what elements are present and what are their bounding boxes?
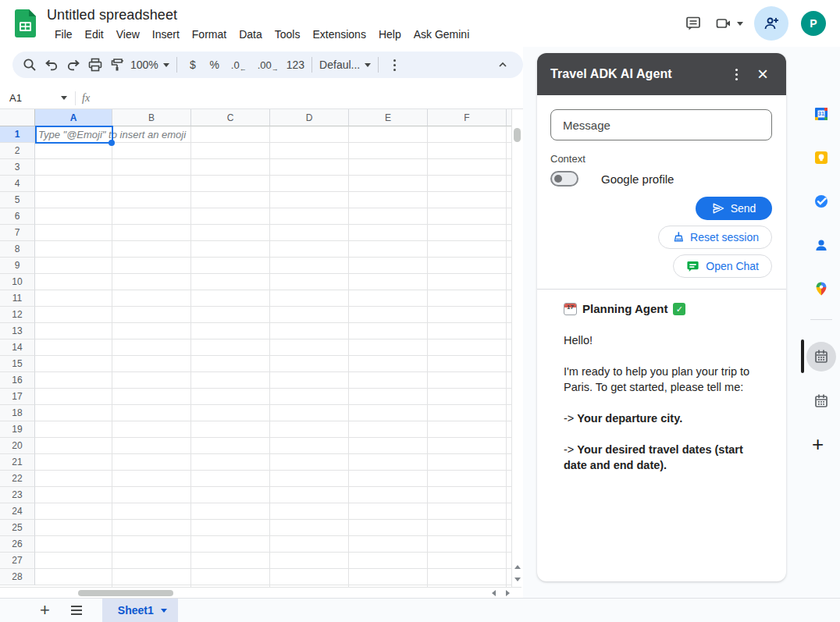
google-keep-icon[interactable] xyxy=(813,150,829,165)
row-header-23[interactable]: 23 xyxy=(0,487,35,503)
google-profile-toggle[interactable] xyxy=(550,171,578,187)
undo-button[interactable] xyxy=(41,54,62,76)
scroll-down-icon[interactable] xyxy=(514,578,521,581)
comments-button[interactable] xyxy=(678,8,709,39)
row-header-3[interactable]: 3 xyxy=(0,159,35,176)
row-header-4[interactable]: 4 xyxy=(0,176,35,192)
row-header-2[interactable]: 2 xyxy=(0,143,35,159)
row-header-10[interactable]: 10 xyxy=(0,274,35,290)
sheet-tab-sheet1[interactable]: Sheet1 xyxy=(102,599,178,622)
menu-tools[interactable]: Tools xyxy=(269,26,307,43)
select-all-corner[interactable] xyxy=(0,109,35,126)
zoom-value: 100% xyxy=(130,59,158,71)
message-input[interactable]: Message xyxy=(550,109,772,140)
menu-extensions[interactable]: Extensions xyxy=(306,26,372,43)
zoom-control[interactable]: 100% xyxy=(128,54,172,76)
format-percent-button[interactable]: % xyxy=(204,54,226,76)
search-button[interactable] xyxy=(19,54,41,76)
google-maps-icon[interactable] xyxy=(813,281,829,297)
scroll-up-icon[interactable] xyxy=(514,565,521,569)
video-call-caret-icon[interactable] xyxy=(737,22,743,26)
add-sheet-button[interactable]: + xyxy=(40,602,50,619)
paint-format-button[interactable] xyxy=(106,54,128,76)
row-header-8[interactable]: 8 xyxy=(0,241,35,258)
format-currency-button[interactable]: $ xyxy=(182,54,204,76)
row-header-24[interactable]: 24 xyxy=(0,503,35,520)
menu-bar: FileEditViewInsertFormatDataToolsExtensi… xyxy=(48,26,475,43)
horizontal-scrollbar-thumb[interactable] xyxy=(78,590,173,596)
google-contacts-icon[interactable] xyxy=(813,237,829,253)
row-header-11[interactable]: 11 xyxy=(0,290,35,307)
column-header-e[interactable]: E xyxy=(349,109,428,126)
open-chat-button[interactable]: Open Chat xyxy=(673,254,772,278)
panel-close-button[interactable]: × xyxy=(749,60,777,88)
redo-button[interactable] xyxy=(62,54,84,76)
menu-format[interactable]: Format xyxy=(186,26,233,43)
selected-cell-a1[interactable] xyxy=(35,126,113,144)
menu-insert[interactable]: Insert xyxy=(146,26,186,43)
column-header-a[interactable]: A xyxy=(35,109,112,126)
column-header-d[interactable]: D xyxy=(270,109,349,126)
row-header-25[interactable]: 25 xyxy=(0,520,35,536)
vertical-scrollbar-thumb[interactable] xyxy=(514,128,521,142)
collapse-toolbar-button[interactable] xyxy=(492,54,514,76)
row-header-7[interactable]: 7 xyxy=(0,225,35,241)
row-header-1[interactable]: 1 xyxy=(0,126,35,143)
row-header-12[interactable]: 12 xyxy=(0,307,35,323)
name-box[interactable]: A1 xyxy=(0,92,67,104)
fx-label: fx xyxy=(82,92,90,105)
video-call-button[interactable] xyxy=(715,15,743,32)
menu-edit[interactable]: Edit xyxy=(79,26,110,43)
print-button[interactable] xyxy=(84,54,106,76)
row-header-5[interactable]: 5 xyxy=(0,192,35,208)
decrease-decimal-button[interactable]: .0← xyxy=(226,54,252,76)
menu-view[interactable]: View xyxy=(110,26,146,43)
row-header-6[interactable]: 6 xyxy=(0,208,35,225)
menu-help[interactable]: Help xyxy=(372,26,408,43)
menu-file[interactable]: File xyxy=(48,26,79,43)
column-header-f[interactable]: F xyxy=(428,109,507,126)
row-header-19[interactable]: 19 xyxy=(0,421,35,438)
spreadsheet-grid[interactable]: ABCDEF 123456789101112131415161718192021… xyxy=(0,109,521,587)
column-header-c[interactable]: C xyxy=(191,109,270,126)
row-header-26[interactable]: 26 xyxy=(0,536,35,553)
row-header-17[interactable]: 17 xyxy=(0,389,35,405)
row-header-27[interactable]: 27 xyxy=(0,553,35,569)
share-button[interactable] xyxy=(754,6,788,41)
row-header-9[interactable]: 9 xyxy=(0,258,35,274)
row-header-20[interactable]: 20 xyxy=(0,438,35,454)
row-header-21[interactable]: 21 xyxy=(0,454,35,471)
addon-calendar-icon[interactable] xyxy=(813,393,829,409)
addon-calendar-button-active[interactable] xyxy=(806,342,836,371)
row-header-14[interactable]: 14 xyxy=(0,339,35,356)
toolbar-more-button[interactable] xyxy=(383,54,405,76)
reset-session-button[interactable]: Reset session xyxy=(658,226,772,249)
send-button[interactable]: Send xyxy=(696,197,772,220)
row-header-22[interactable]: 22 xyxy=(0,471,35,487)
google-calendar-icon[interactable]: 31 xyxy=(813,106,829,122)
vertical-scrollbar[interactable] xyxy=(511,109,521,587)
google-tasks-icon[interactable] xyxy=(813,194,829,209)
row-header-13[interactable]: 13 xyxy=(0,323,35,339)
menu-ask-gemini[interactable]: Ask Gemini xyxy=(408,26,476,43)
row-header-16[interactable]: 16 xyxy=(0,372,35,389)
menu-data[interactable]: Data xyxy=(233,26,269,43)
scroll-right-icon[interactable] xyxy=(506,590,510,596)
row-header-15[interactable]: 15 xyxy=(0,356,35,372)
document-title[interactable]: Untitled spreadsheet xyxy=(47,7,475,23)
increase-decimal-button[interactable]: .00→ xyxy=(252,54,284,76)
horizontal-scrollbar[interactable] xyxy=(0,587,521,598)
account-avatar[interactable]: P xyxy=(801,11,826,36)
all-sheets-button[interactable] xyxy=(70,605,83,616)
sheet-tab-caret-icon[interactable] xyxy=(161,609,167,613)
more-formats-button[interactable]: 123 xyxy=(284,54,307,76)
scroll-left-icon[interactable] xyxy=(492,590,496,596)
font-selector[interactable]: Defaul... xyxy=(317,54,373,76)
panel-menu-button[interactable] xyxy=(724,62,749,87)
row-header-18[interactable]: 18 xyxy=(0,405,35,421)
column-header-b[interactable]: B xyxy=(112,109,191,126)
google-sheets-logo-icon[interactable] xyxy=(15,9,36,37)
get-add-ons-button[interactable]: + xyxy=(812,434,824,454)
fill-handle[interactable] xyxy=(109,140,115,146)
row-header-28[interactable]: 28 xyxy=(0,569,35,585)
